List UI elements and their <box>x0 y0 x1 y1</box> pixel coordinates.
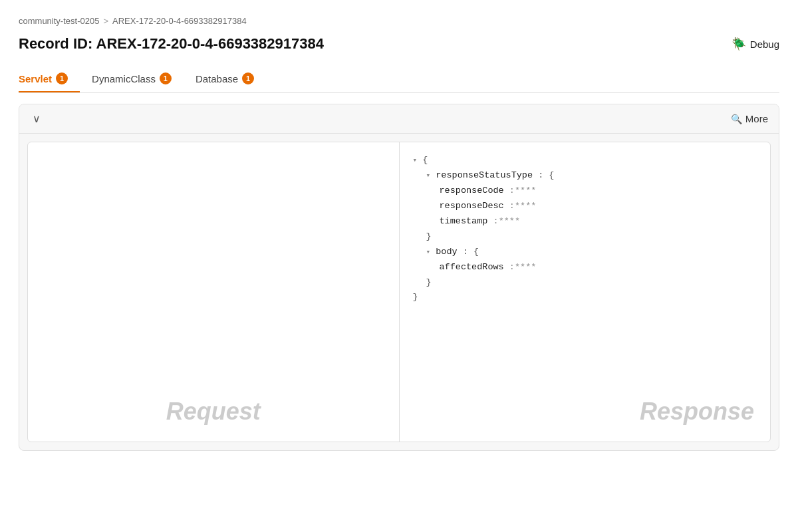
toolbar: ∨ 🔍 More <box>19 104 779 134</box>
content-area: ∨ 🔍 More Request ▾ { ▾ responseStatusTyp… <box>19 104 779 451</box>
response-watermark: Response <box>640 398 754 426</box>
collapse-button[interactable]: ∨ <box>30 111 43 126</box>
response-panel: ▾ { ▾ responseStatusType : { responseCod… <box>400 142 771 442</box>
debug-button[interactable]: 🪲 Debug <box>732 37 779 51</box>
tabs-bar: Servlet 1 DynamicClass 1 Database 1 <box>19 66 779 93</box>
breadcrumb-separator: > <box>103 16 108 26</box>
more-label: More <box>745 113 768 124</box>
tab-servlet-label: Servlet <box>19 73 52 84</box>
json-line-0: ▾ { <box>413 153 757 168</box>
request-panel: Request <box>28 142 400 442</box>
debug-label: Debug <box>750 39 779 50</box>
json-line-5: } <box>413 229 757 245</box>
json-tree: ▾ { ▾ responseStatusType : { responseCod… <box>413 153 757 305</box>
breadcrumb: community-test-0205 > AREX-172-20-0-4-66… <box>19 16 779 26</box>
json-line-4: timestamp :**** <box>413 214 757 229</box>
tab-servlet[interactable]: Servlet 1 <box>19 66 80 92</box>
tab-servlet-badge: 1 <box>56 72 68 84</box>
json-line-2: responseCode :**** <box>413 184 757 199</box>
tab-database[interactable]: Database 1 <box>196 66 266 92</box>
more-button[interactable]: 🔍 More <box>731 113 768 124</box>
breadcrumb-current: AREX-172-20-0-4-6693382917384 <box>112 16 247 26</box>
tab-dynamicclass-label: DynamicClass <box>92 73 156 84</box>
tab-dynamicclass-badge: 1 <box>160 72 172 84</box>
json-line-3: responseDesc :**** <box>413 199 757 214</box>
tab-database-label: Database <box>196 73 238 84</box>
tab-database-badge: 1 <box>242 72 254 84</box>
panels-container: Request ▾ { ▾ responseStatusType : { res… <box>27 142 771 442</box>
json-line-9: } <box>413 290 757 305</box>
breadcrumb-parent[interactable]: community-test-0205 <box>19 16 99 26</box>
json-line-1: ▾ responseStatusType : { <box>413 168 757 184</box>
toolbar-left: ∨ <box>30 111 43 126</box>
request-watermark: Request <box>166 398 261 426</box>
chevron-down-icon: ∨ <box>33 113 41 124</box>
search-icon: 🔍 <box>731 114 742 124</box>
record-title: Record ID: AREX-172-20-0-4-6693382917384 <box>19 35 324 53</box>
json-line-8: } <box>413 275 757 291</box>
debug-icon: 🪲 <box>732 37 746 51</box>
json-line-7: affectedRows :**** <box>413 260 757 275</box>
record-header: Record ID: AREX-172-20-0-4-6693382917384… <box>19 35 779 53</box>
json-line-6: ▾ body : { <box>413 245 757 260</box>
tab-dynamicclass[interactable]: DynamicClass 1 <box>92 66 184 92</box>
